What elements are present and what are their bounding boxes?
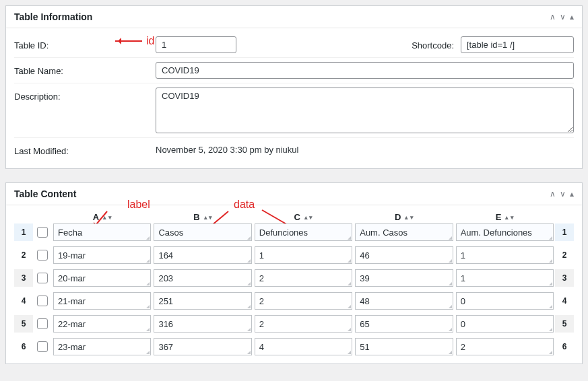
row-number-right[interactable]: 4 [555,292,574,310]
table-cell [152,292,253,310]
move-down-icon[interactable]: ∨ [560,189,566,199]
cell-input[interactable] [355,315,453,333]
column-header-a[interactable]: A ▴ ▾ [52,212,152,222]
row-checkbox-wrap [33,223,52,241]
move-up-icon[interactable]: ∧ [550,12,556,22]
cell-input[interactable] [53,292,151,310]
cell-input[interactable] [355,338,453,355]
row-checkbox-wrap [33,338,52,355]
sort-icon[interactable]: ▴ ▾ [103,214,112,221]
row-number-right[interactable]: 6 [555,338,574,355]
table-cell [455,223,555,241]
cell-input[interactable] [456,223,554,241]
cell-input[interactable] [255,269,352,287]
sort-icon[interactable]: ▴ ▾ [505,214,514,221]
cell-input[interactable] [456,269,554,287]
table-cell [354,292,454,310]
collapse-icon[interactable]: ▴ [570,189,574,199]
cell-input[interactable] [255,338,352,355]
row-checkbox[interactable] [37,318,48,329]
column-header-row: A ▴ ▾ B ▴ ▾ C ▴ ▾ D ▴ ▾ E ▴ ▾ [14,209,574,223]
row-number-right[interactable]: 2 [555,246,574,264]
row-checkbox[interactable] [37,296,48,306]
table-information-panel: Table Information ∧ ∨ ▴ Table ID: id Sho… [5,5,583,169]
row-number-left[interactable]: 3 [14,269,33,287]
row-checkbox[interactable] [37,227,48,238]
move-up-icon[interactable]: ∧ [550,189,556,199]
cell-input[interactable] [53,223,151,241]
table-row: 55 [14,315,574,333]
table-name-label: Table Name: [14,62,156,76]
table-row: 11 [14,223,574,241]
sort-icon[interactable]: ▴ ▾ [304,214,313,221]
row-checkbox[interactable] [37,250,48,261]
table-cell [52,338,152,355]
table-cell [152,246,253,264]
cell-input[interactable] [255,292,352,310]
cell-input[interactable] [255,223,352,241]
sort-icon[interactable]: ▴ ▾ [204,214,213,221]
row-number-right[interactable]: 5 [555,315,574,333]
table-id-input[interactable] [156,36,236,53]
cell-input[interactable] [154,223,251,241]
column-header-e[interactable]: E ▴ ▾ [455,212,555,222]
cell-input[interactable] [154,246,251,264]
cell-input[interactable] [154,292,251,310]
cell-input[interactable] [456,246,554,264]
move-down-icon[interactable]: ∨ [560,12,566,22]
cell-input[interactable] [154,338,251,355]
cell-input[interactable] [355,269,453,287]
table-cell [455,269,555,287]
cell-input[interactable] [53,315,151,333]
column-header-d[interactable]: D ▴ ▾ [354,212,454,222]
cell-input[interactable] [255,315,352,333]
cell-input[interactable] [456,338,554,355]
cell-input[interactable] [355,246,453,264]
row-number-right[interactable]: 1 [555,223,574,241]
table-cell [253,338,354,355]
row-number-right[interactable]: 3 [555,269,574,287]
table-cell [152,223,253,241]
table-cell [455,338,555,355]
description-label: Description: [14,88,156,102]
cell-input[interactable] [154,269,251,287]
table-name-input[interactable] [156,62,574,79]
cell-input[interactable] [53,246,151,264]
table-cell [354,269,454,287]
cell-input[interactable] [355,223,453,241]
column-header-b[interactable]: B ▴ ▾ [152,212,253,222]
cell-input[interactable] [355,292,453,310]
last-modified-label: Last Modified: [14,142,156,156]
cell-input[interactable] [456,292,554,310]
row-number-left[interactable]: 6 [14,338,33,355]
cell-input[interactable] [456,315,554,333]
table-id-label: Table ID: [14,36,156,50]
table-cell [253,292,354,310]
panel-title: Table Content [14,188,76,199]
cell-input[interactable] [255,246,352,264]
description-textarea[interactable] [156,88,574,133]
shortcode-input[interactable] [461,36,574,53]
cell-input[interactable] [53,338,151,355]
panel-header-controls: ∧ ∨ ▴ [550,12,574,22]
shortcode-label: Shortcode: [412,36,454,50]
last-modified-value: November 5, 2020 3:30 pm by niukul [156,142,298,155]
column-header-c[interactable]: C ▴ ▾ [253,212,354,222]
cell-input[interactable] [154,315,251,333]
row-number-left[interactable]: 4 [14,292,33,310]
table-cell [253,223,354,241]
row-number-left[interactable]: 2 [14,246,33,264]
collapse-icon[interactable]: ▴ [570,12,574,22]
sort-icon[interactable]: ▴ ▾ [405,214,414,221]
row-checkbox[interactable] [37,341,48,352]
row-checkbox-wrap [33,315,52,333]
row-checkbox[interactable] [37,273,48,283]
table-content-panel: Table Content ∧ ∨ ▴ label data A [5,182,583,364]
table-row: 66 [14,338,574,355]
cell-input[interactable] [53,269,151,287]
table-cell [152,269,253,287]
row-number-left[interactable]: 1 [14,223,33,241]
table-cell [253,315,354,333]
row-checkbox-wrap [33,246,52,264]
row-number-left[interactable]: 5 [14,315,33,333]
